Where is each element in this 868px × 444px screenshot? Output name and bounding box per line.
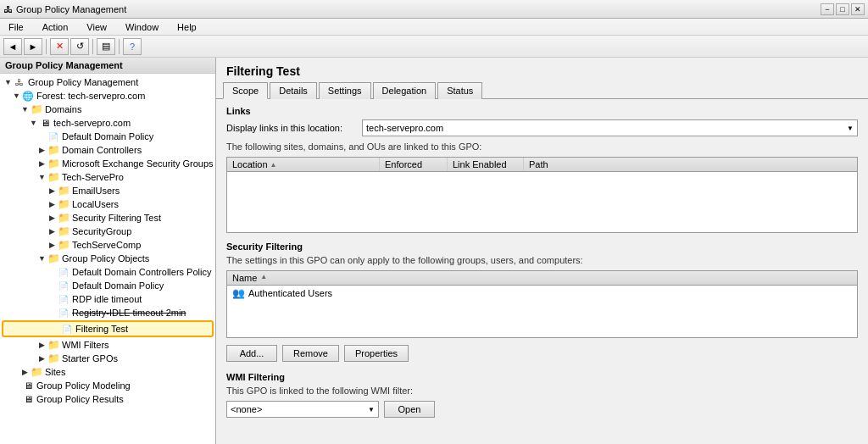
menu-action[interactable]: Action bbox=[37, 20, 74, 34]
tree-domains[interactable]: ▼ 📁 Domains bbox=[0, 103, 215, 116]
toggle-gpr bbox=[12, 395, 21, 404]
security-table-header: Name ▲ bbox=[227, 271, 857, 286]
folder-icon: 📁 bbox=[47, 144, 60, 156]
tree-item-registry-idle[interactable]: 📄 Registry-IDLE timeout 2min bbox=[0, 306, 215, 319]
tree-item-security-group[interactable]: ▶ 📁 SecurityGroup bbox=[0, 225, 215, 238]
tab-details[interactable]: Details bbox=[270, 82, 317, 99]
item-label: Filtering Test bbox=[75, 324, 128, 334]
item-label: SecurityGroup bbox=[72, 226, 131, 236]
toggle-lu[interactable]: ▶ bbox=[47, 200, 57, 209]
wmi-desc: This GPO is linked to the following WMI … bbox=[226, 386, 858, 396]
col-enforced[interactable]: Enforced bbox=[380, 158, 448, 171]
tab-scope[interactable]: Scope bbox=[223, 82, 268, 99]
toggle-domain[interactable]: ▼ bbox=[29, 119, 38, 128]
toggle-ft bbox=[51, 325, 60, 334]
forward-button[interactable]: ► bbox=[24, 38, 42, 55]
toggle-root[interactable]: ▼ bbox=[3, 78, 13, 87]
toggle-sites[interactable]: ▶ bbox=[20, 368, 30, 377]
tree-item-default-domain-policy[interactable]: 📄 Default Domain Policy bbox=[0, 130, 215, 143]
tab-status[interactable]: Status bbox=[437, 82, 482, 99]
tree-item-ms-exchange[interactable]: ▶ 📁 Microsoft Exchange Security Groups bbox=[0, 157, 215, 170]
toggle-domains[interactable]: ▼ bbox=[20, 105, 30, 114]
tree-item-gp-results[interactable]: 🖥 Group Policy Results bbox=[0, 392, 215, 406]
folder-icon: 📁 bbox=[47, 339, 60, 351]
tree-item-starter-gpos[interactable]: ▶ 📁 Starter GPOs bbox=[0, 352, 215, 365]
toggle-mse[interactable]: ▶ bbox=[37, 159, 47, 169]
title-bar-controls: − □ ✕ bbox=[821, 3, 865, 15]
maximize-button[interactable]: □ bbox=[836, 3, 849, 15]
back-button[interactable]: ◄ bbox=[3, 38, 22, 55]
toggle-sft[interactable]: ▶ bbox=[47, 214, 57, 223]
tree-item-email-users[interactable]: ▶ 📁 EmailUsers bbox=[0, 184, 215, 197]
tree-item-rdp-idle[interactable]: 📄 RDP idle timeout bbox=[0, 292, 215, 306]
tree-forest[interactable]: ▼ 🌐 Forest: tech-servepro.com bbox=[0, 89, 215, 103]
menu-help[interactable]: Help bbox=[172, 20, 202, 34]
minimize-button[interactable]: − bbox=[821, 3, 834, 15]
col-location-label: Location bbox=[232, 159, 268, 169]
toggle-eu[interactable]: ▶ bbox=[47, 186, 57, 196]
help-button[interactable]: ? bbox=[123, 38, 142, 55]
auth-users-label: Authenticated Users bbox=[248, 288, 332, 298]
menu-view[interactable]: View bbox=[81, 20, 112, 34]
tree-item-domain-controllers[interactable]: ▶ 📁 Domain Controllers bbox=[0, 143, 215, 157]
tree-item-wmi-filters[interactable]: ▶ 📁 WMI Filters bbox=[0, 338, 215, 352]
tree-domain[interactable]: ▼ 🖥 tech-servepro.com bbox=[0, 116, 215, 130]
tree-item-gp-modeling[interactable]: 🖥 Group Policy Modeling bbox=[0, 379, 215, 392]
gpo-icon: 📄 bbox=[60, 323, 74, 335]
item-label: Starter GPOs bbox=[62, 353, 118, 364]
wmi-dropdown[interactable]: <none> ▼ bbox=[226, 401, 379, 418]
tree-item-default-domain-policy2[interactable]: 📄 Default Domain Policy bbox=[0, 279, 215, 292]
tab-settings[interactable]: Settings bbox=[319, 82, 371, 99]
title-bar: 🖧 Group Policy Management − □ ✕ bbox=[0, 0, 868, 19]
domain-icon: 🖥 bbox=[38, 117, 52, 129]
add-button[interactable]: Add... bbox=[226, 345, 277, 362]
toggle-ddp2 bbox=[47, 281, 57, 291]
menu-window[interactable]: Window bbox=[120, 20, 164, 34]
tree-root[interactable]: ▼ 🖧 Group Policy Management bbox=[0, 75, 215, 89]
toggle-ts[interactable]: ▼ bbox=[37, 173, 47, 182]
col-location[interactable]: Location ▲ bbox=[227, 158, 380, 171]
tree-item-sites[interactable]: ▶ 📁 Sites bbox=[0, 365, 215, 379]
domains-icon: 📁 bbox=[30, 103, 43, 115]
gpo-icon: 📄 bbox=[57, 266, 70, 278]
dropdown-value: tech-servepro.com bbox=[366, 123, 443, 133]
toggle-tsc[interactable]: ▶ bbox=[47, 241, 57, 250]
toggle-gpo[interactable]: ▼ bbox=[37, 254, 47, 264]
tree-item-filtering-test[interactable]: 📄 Filtering Test bbox=[2, 320, 214, 337]
toggle-rdp bbox=[47, 295, 57, 304]
toolbar-separator-1 bbox=[46, 39, 47, 54]
toggle-dc[interactable]: ▶ bbox=[37, 146, 47, 155]
remove-button[interactable]: Remove bbox=[282, 345, 339, 362]
toggle-sg[interactable]: ▶ bbox=[47, 227, 57, 236]
security-row-auth-users[interactable]: 👥 Authenticated Users bbox=[227, 286, 857, 301]
item-label: Default Domain Policy bbox=[72, 280, 164, 291]
links-row: Display links in this location: tech-ser… bbox=[226, 119, 858, 136]
links-desc: The following sites, domains, and OUs ar… bbox=[226, 142, 858, 152]
tree-item-tech-servepro[interactable]: ▼ 📁 Tech-ServePro bbox=[0, 170, 215, 184]
tree-item-tech-serve-comp[interactable]: ▶ 📁 TechServeComp bbox=[0, 238, 215, 252]
users-icon: 👥 bbox=[232, 287, 245, 299]
tabs-bar: Scope Details Settings Delegation Status bbox=[216, 81, 868, 99]
links-dropdown[interactable]: tech-servepro.com ▼ bbox=[362, 119, 858, 136]
show-hide-button[interactable]: ▤ bbox=[97, 38, 115, 55]
sec-col-name: Name bbox=[232, 273, 257, 283]
properties-button[interactable]: Properties bbox=[344, 345, 409, 362]
tree-item-local-users[interactable]: ▶ 📁 LocalUsers bbox=[0, 197, 215, 211]
toggle-wmi[interactable]: ▶ bbox=[37, 341, 47, 350]
toggle-forest[interactable]: ▼ bbox=[12, 92, 21, 101]
toggle-sgpos[interactable]: ▶ bbox=[37, 354, 47, 364]
results-icon: 🖥 bbox=[21, 393, 35, 405]
tree-item-group-policy-objects[interactable]: ▼ 📁 Group Policy Objects bbox=[0, 252, 215, 265]
close-button[interactable]: ✕ bbox=[851, 3, 865, 15]
refresh-button[interactable]: ↺ bbox=[70, 38, 89, 55]
menu-file[interactable]: File bbox=[3, 20, 29, 34]
tree-item-default-dc-policy[interactable]: 📄 Default Domain Controllers Policy bbox=[0, 265, 215, 279]
col-path[interactable]: Path bbox=[524, 158, 857, 171]
open-button[interactable]: Open bbox=[384, 401, 435, 418]
security-desc: The settings in this GPO can only apply … bbox=[226, 255, 858, 265]
tree-item-security-filtering-test[interactable]: ▶ 📁 Security Filtering Test bbox=[0, 211, 215, 225]
tab-delegation[interactable]: Delegation bbox=[373, 82, 437, 99]
forest-label: Forest: tech-servepro.com bbox=[36, 91, 145, 101]
col-link-enabled[interactable]: Link Enabled bbox=[448, 158, 524, 171]
stop-button[interactable]: ✕ bbox=[50, 38, 69, 55]
